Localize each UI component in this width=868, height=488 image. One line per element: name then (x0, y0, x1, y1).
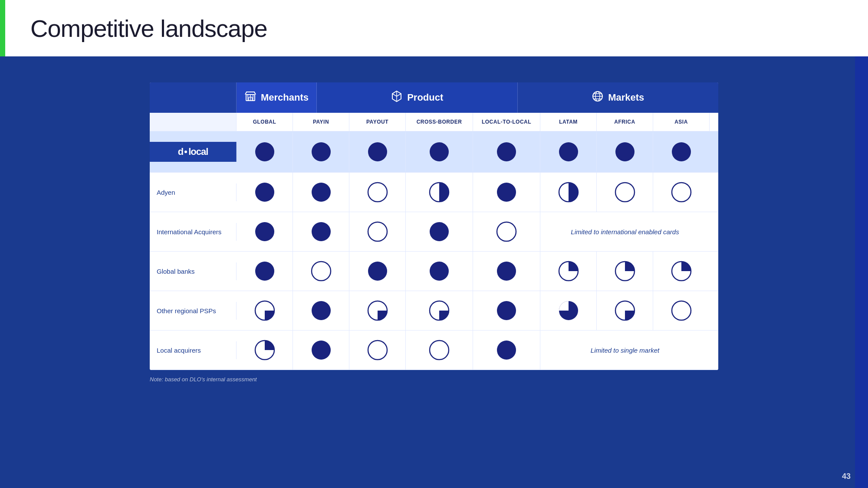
dlocal-payout (349, 132, 406, 171)
dlocal-latam (540, 132, 597, 171)
footnote: Note: based on DLO's internal assessment (150, 376, 257, 383)
banks-local-to-local (473, 252, 540, 291)
local-limited-text: Limited to single market (540, 331, 710, 370)
svg-point-18 (255, 183, 274, 202)
dlocal-cross-border (406, 132, 473, 171)
svg-point-48 (312, 341, 331, 360)
psps-local-to-local (473, 291, 540, 330)
psps-latam (540, 291, 597, 330)
svg-point-40 (312, 301, 331, 320)
merchants-icon (244, 90, 256, 105)
asia-header: ASIA (653, 113, 710, 131)
banks-latam (540, 252, 597, 291)
banks-payin (293, 252, 349, 291)
svg-point-49 (368, 341, 387, 360)
svg-point-32 (312, 262, 331, 281)
local-to-local-header: LOCAL-TO-LOCAL (473, 113, 540, 131)
svg-point-10 (255, 142, 274, 161)
svg-point-11 (312, 142, 331, 161)
intl-payin (293, 212, 349, 251)
banks-africa (597, 252, 653, 291)
local-cross-border (406, 331, 473, 370)
svg-point-25 (672, 183, 691, 202)
svg-point-26 (255, 222, 274, 241)
banks-asia (653, 252, 710, 291)
svg-point-33 (368, 262, 387, 281)
header-group-empty (150, 82, 237, 113)
adyen-latam (540, 173, 597, 212)
svg-point-13 (430, 142, 449, 161)
intl-global (237, 212, 293, 251)
svg-point-46 (672, 301, 691, 320)
svg-point-31 (255, 262, 274, 281)
product-header: Product (317, 82, 518, 113)
svg-point-24 (615, 183, 635, 202)
svg-point-30 (497, 222, 516, 241)
svg-point-27 (312, 222, 331, 241)
adyen-row: Adyen (150, 173, 718, 212)
svg-point-19 (312, 183, 331, 202)
global-banks-row: Global banks (150, 252, 718, 291)
main-content: Merchants Product (0, 74, 868, 488)
markets-label: Markets (608, 92, 644, 103)
payout-header: PAYOUT (349, 113, 406, 131)
product-label: Product (407, 92, 443, 103)
svg-point-28 (368, 222, 387, 241)
empty-subheader (150, 113, 237, 131)
sub-header-row: GLOBAL PAYIN PAYOUT CROSS-BORDER LOCAL-T… (150, 113, 718, 131)
svg-point-20 (368, 183, 387, 202)
svg-point-34 (430, 262, 449, 281)
slide-title: Competitive landscape (30, 14, 267, 43)
local-acquirers-row: Local acquirers (150, 331, 718, 370)
intl-acquirers-row: International Acquirers Limited to inter… (150, 212, 718, 252)
local-acquirers-label: Local acquirers (150, 341, 237, 359)
banks-cross-border (406, 252, 473, 291)
intl-local-to-local (473, 212, 540, 251)
adyen-global (237, 173, 293, 212)
global-banks-label: Global banks (150, 262, 237, 280)
svg-point-17 (672, 142, 691, 161)
svg-point-15 (559, 142, 578, 161)
adyen-asia (653, 173, 710, 212)
local-global (237, 331, 293, 370)
adyen-local-to-local (473, 173, 540, 212)
svg-point-50 (430, 341, 449, 360)
dlocal-logo-cell: dlocal (150, 142, 237, 162)
dlocal-africa (597, 132, 653, 171)
product-icon (391, 90, 403, 105)
africa-header: AFRICA (597, 113, 653, 131)
svg-point-16 (615, 142, 635, 161)
regional-psps-row: Other regional PSPs (150, 291, 718, 331)
green-accent-bar (0, 0, 5, 56)
dlocal-row: dlocal (150, 131, 718, 173)
svg-point-22 (497, 183, 516, 202)
svg-point-29 (430, 222, 449, 241)
adyen-cross-border (406, 173, 473, 212)
markets-icon (592, 90, 604, 105)
intl-payout (349, 212, 406, 251)
global-header: GLOBAL (237, 113, 293, 131)
svg-point-51 (497, 341, 516, 360)
right-decorative-band: d· (855, 0, 868, 488)
comparison-table: Merchants Product (150, 82, 718, 370)
intl-cross-border (406, 212, 473, 251)
latam-header: LATAM (540, 113, 597, 131)
local-payout (349, 331, 406, 370)
psps-cross-border (406, 291, 473, 330)
page-number: 43 (842, 472, 851, 481)
local-local-to-local (473, 331, 540, 370)
psps-asia (653, 291, 710, 330)
merchants-label: Merchants (261, 92, 309, 103)
regional-psps-label: Other regional PSPs (150, 302, 237, 320)
merchants-header: Merchants (237, 82, 317, 113)
svg-point-43 (497, 301, 516, 320)
banks-payout (349, 252, 406, 291)
slide-container: d· Competitive landscape (0, 0, 868, 488)
psps-africa (597, 291, 653, 330)
svg-point-12 (368, 142, 387, 161)
header-groups-row: Merchants Product (150, 82, 718, 113)
psps-payin (293, 291, 349, 330)
dlocal-local-to-local (473, 132, 540, 171)
intl-acquirers-label: International Acquirers (150, 223, 237, 241)
svg-point-14 (497, 142, 516, 161)
